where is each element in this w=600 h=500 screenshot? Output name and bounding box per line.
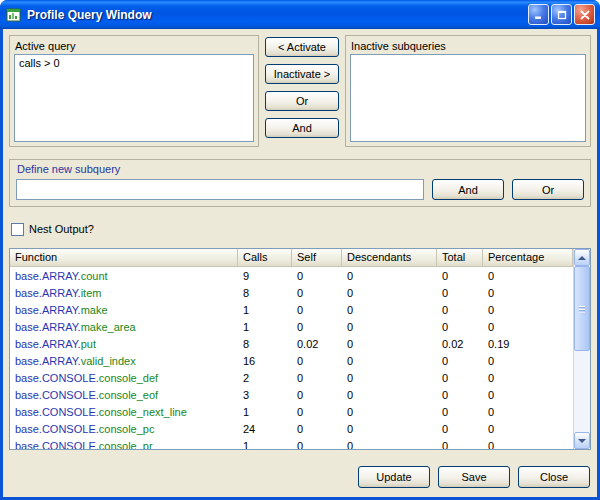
cell-descendants: 0 [342, 406, 437, 418]
function-feature: console_pr [99, 440, 153, 450]
inactive-subqueries-list[interactable] [350, 54, 586, 142]
cell-self: 0.02 [292, 338, 342, 350]
close-dialog-button[interactable]: Close [518, 466, 590, 488]
cell-calls: 1 [238, 321, 292, 333]
cell-function: base.CONSOLE.console_pr [10, 440, 238, 450]
arrow-up-icon [578, 256, 586, 260]
close-icon [580, 10, 590, 20]
cell-self: 0 [292, 372, 342, 384]
table-row[interactable]: base.ARRAY.valid_index160000 [10, 352, 573, 369]
cell-descendants: 0 [342, 372, 437, 384]
subquery-or-button[interactable]: Or [512, 179, 584, 200]
nest-output-row: Nest Output? [9, 222, 591, 236]
scroll-down-button[interactable] [574, 432, 590, 449]
function-class: ARRAY. [42, 270, 81, 282]
cell-total: 0 [437, 321, 483, 333]
cell-function: base.ARRAY.put [10, 338, 238, 350]
save-button[interactable]: Save [438, 466, 510, 488]
update-button[interactable]: Update [358, 466, 430, 488]
table-row[interactable]: base.ARRAY.make10000 [10, 301, 573, 318]
function-class: CONSOLE. [42, 440, 99, 450]
titlebar[interactable]: Profile Query Window [0, 0, 600, 29]
cell-calls: 9 [238, 270, 292, 282]
cell-calls: 1 [238, 304, 292, 316]
header-cell-descendants[interactable]: Descendants [342, 249, 437, 267]
subquery-and-button[interactable]: And [432, 179, 504, 200]
function-feature: console_pc [99, 423, 155, 435]
header-cell-total[interactable]: Total [437, 249, 483, 267]
function-class: CONSOLE. [42, 406, 99, 418]
cell-self: 0 [292, 287, 342, 299]
or-button[interactable]: Or [265, 91, 339, 111]
table-row[interactable]: base.ARRAY.count90000 [10, 267, 573, 284]
table-row[interactable]: base.ARRAY.put80.0200.020.19 [10, 335, 573, 352]
cell-descendants: 0 [342, 287, 437, 299]
scroll-up-button[interactable] [574, 249, 590, 266]
scroll-track[interactable] [574, 266, 590, 432]
maximize-icon [557, 10, 567, 20]
table-row[interactable]: base.CONSOLE.console_next_line10000 [10, 403, 573, 420]
function-cluster: base. [15, 304, 42, 316]
cell-percentage: 0 [483, 406, 573, 418]
titlebar-buttons [528, 4, 595, 25]
cell-function: base.ARRAY.item [10, 287, 238, 299]
active-query-label: Active query [14, 39, 254, 54]
minimize-button[interactable] [528, 4, 549, 25]
vertical-scrollbar[interactable] [573, 249, 590, 449]
header-cell-self[interactable]: Self [292, 249, 342, 267]
function-cluster: base. [15, 389, 42, 401]
header-cell-function[interactable]: Function [10, 249, 238, 267]
cell-function: base.ARRAY.make [10, 304, 238, 316]
function-cluster: base. [15, 287, 42, 299]
function-class: CONSOLE. [42, 372, 99, 384]
cell-calls: 16 [238, 355, 292, 367]
table-row[interactable]: base.CONSOLE.console_pc240000 [10, 420, 573, 437]
cell-total: 0 [437, 355, 483, 367]
table-row[interactable]: base.CONSOLE.console_def20000 [10, 369, 573, 386]
cell-self: 0 [292, 440, 342, 450]
cell-descendants: 0 [342, 355, 437, 367]
footer-buttons: Update Save Close [9, 466, 591, 488]
table-row[interactable]: base.CONSOLE.console_eof30000 [10, 386, 573, 403]
activate-button[interactable]: < Activate [265, 37, 339, 57]
cell-self: 0 [292, 389, 342, 401]
active-query-list[interactable]: calls > 0 [14, 54, 254, 142]
table-row[interactable]: base.CONSOLE.console_pr10000 [10, 437, 573, 449]
function-cluster: base. [15, 270, 42, 282]
arrow-down-icon [578, 439, 586, 443]
cell-total: 0 [437, 304, 483, 316]
header-cell-calls[interactable]: Calls [238, 249, 292, 267]
query-panels-row: Active query calls > 0 < Activate Inacti… [9, 35, 591, 147]
table-row[interactable]: base.ARRAY.make_area10000 [10, 318, 573, 335]
cell-percentage: 0.19 [483, 338, 573, 350]
define-subquery-label: Define new subquery [16, 162, 584, 177]
function-feature: console_next_line [99, 406, 187, 418]
function-feature: put [81, 338, 96, 350]
header-cell-percentage[interactable]: Percentage [483, 249, 573, 267]
maximize-button[interactable] [551, 4, 572, 25]
cell-descendants: 0 [342, 423, 437, 435]
cell-self: 0 [292, 355, 342, 367]
table-row[interactable]: base.ARRAY.item80000 [10, 284, 573, 301]
cell-calls: 1 [238, 440, 292, 450]
scroll-thumb[interactable] [574, 266, 590, 351]
function-feature: console_eof [99, 389, 158, 401]
app-icon [6, 7, 22, 23]
function-cluster: base. [15, 355, 42, 367]
cell-descendants: 0 [342, 389, 437, 401]
cell-percentage: 0 [483, 270, 573, 282]
close-button[interactable] [574, 4, 595, 25]
function-feature: make_area [81, 321, 136, 333]
nest-output-checkbox[interactable] [11, 223, 24, 236]
inactivate-button[interactable]: Inactivate > [265, 64, 339, 84]
cell-percentage: 0 [483, 287, 573, 299]
cell-calls: 8 [238, 287, 292, 299]
cell-percentage: 0 [483, 321, 573, 333]
query-item[interactable]: calls > 0 [19, 57, 249, 71]
function-class: ARRAY. [42, 304, 81, 316]
cell-total: 0 [437, 287, 483, 299]
subquery-input[interactable] [16, 179, 424, 200]
table-body: base.ARRAY.count90000base.ARRAY.item8000… [10, 267, 573, 449]
cell-total: 0 [437, 389, 483, 401]
and-button[interactable]: And [265, 118, 339, 138]
